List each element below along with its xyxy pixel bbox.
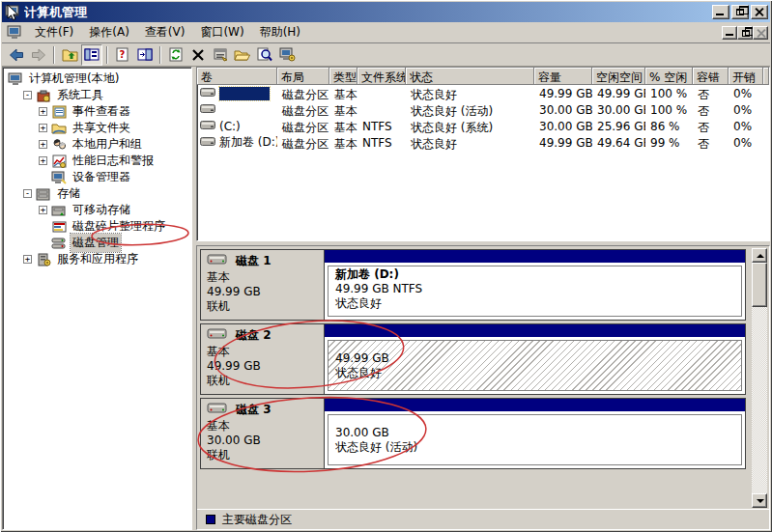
collapse-icon[interactable]: -: [23, 91, 32, 99]
disk-1-header[interactable]: 磁盘 1 基本 49.99 GB 联机: [201, 250, 325, 320]
column-header-pct-free[interactable]: % 空闲: [645, 68, 693, 85]
volume-row[interactable]: (C:) 磁盘分区 基本 NTFS 状态良好 (系统) 30.00 GB 25.…: [197, 118, 769, 134]
disk-1-bar: 新加卷 (D:) 49.99 GB NTFS 状态良好: [325, 250, 745, 320]
help-button[interactable]: ?: [112, 44, 133, 66]
column-header-filesystem[interactable]: 文件系统: [357, 68, 406, 85]
primary-partition-strip: [325, 324, 745, 337]
menu-view[interactable]: 查看(V): [137, 22, 193, 42]
open-button[interactable]: [232, 44, 253, 66]
column-header-free-space[interactable]: 空闲空间: [592, 68, 645, 85]
close-icon: [755, 8, 764, 16]
scroll-down-button[interactable]: [752, 493, 767, 508]
tree-item-event-viewer[interactable]: + 事件查看器: [3, 103, 191, 120]
show-hide-console-tree-button[interactable]: [81, 44, 102, 66]
expand-icon[interactable]: +: [39, 124, 47, 132]
volume-region-unformatted[interactable]: 49.99 GB 状态良好: [328, 340, 742, 391]
expand-icon[interactable]: +: [23, 255, 32, 264]
expand-icon[interactable]: +: [39, 107, 47, 116]
child-minimize-button[interactable]: [722, 26, 737, 40]
menu-action[interactable]: 操作(A): [81, 22, 137, 42]
disk-3-header[interactable]: 磁盘 3 基本 30.00 GB 联机: [201, 399, 325, 468]
disk-3-bar: 30.00 GB 状态良好 (活动): [325, 399, 745, 468]
disk-2-header[interactable]: 磁盘 2 基本 49.99 GB 联机: [201, 324, 325, 394]
volume-row[interactable]: 磁盘分区 基本 状态良好 (活动) 30.00 GB 30.00 GB 100 …: [197, 101, 769, 118]
tree-item-services-applications[interactable]: + 服务和应用程序: [3, 251, 191, 267]
find-button[interactable]: [254, 44, 275, 66]
tree-item-device-manager[interactable]: 设备管理器: [3, 169, 191, 185]
close-button[interactable]: [751, 5, 768, 19]
volume-icon: [200, 136, 215, 150]
tree-item-disk-defragmenter[interactable]: 磁盘碎片整理程序: [3, 218, 191, 235]
column-header-capacity[interactable]: 容量: [534, 68, 592, 85]
system-tools-icon: [36, 89, 51, 102]
tree-item-storage[interactable]: - 存储: [3, 185, 191, 202]
manage-button[interactable]: [276, 44, 298, 66]
title-bar[interactable]: 计算机管理: [2, 2, 770, 22]
delete-button[interactable]: [187, 44, 209, 66]
forward-icon: [31, 48, 46, 62]
menu-file[interactable]: 文件(F): [27, 22, 81, 42]
refresh-icon: [169, 47, 184, 62]
scrollbar-thumb[interactable]: [752, 263, 767, 307]
window-title: 计算机管理: [24, 4, 712, 21]
expand-icon[interactable]: +: [39, 206, 47, 214]
volume-list-header: 卷 布局 类型 文件系统 状态 容量 空闲空间 % 空闲 容错 开销: [197, 68, 769, 85]
storage-icon: [36, 187, 51, 201]
tree-item-disk-management[interactable]: 磁盘管理: [3, 235, 191, 251]
expand-icon[interactable]: +: [39, 156, 47, 165]
computer-management-window: 计算机管理 文件(F) 操作(A) 查看(V) 窗口(W) 帮助(H): [0, 0, 772, 532]
minimize-button[interactable]: [712, 5, 729, 19]
expand-icon[interactable]: +: [39, 140, 47, 149]
back-button[interactable]: [6, 44, 27, 66]
volume-region-d[interactable]: 新加卷 (D:) 49.99 GB NTFS 状态良好: [328, 266, 742, 317]
volume-region-active[interactable]: 30.00 GB 状态良好 (活动): [328, 414, 742, 465]
child-restore-button[interactable]: [737, 26, 753, 40]
arrow-up-icon: [757, 254, 764, 258]
disk-state: 联机: [207, 448, 320, 462]
column-header-layout[interactable]: 布局: [277, 68, 329, 85]
volume-icon: [200, 87, 215, 100]
column-header-overhead[interactable]: 开销: [729, 68, 763, 85]
disk-management-icon: [51, 237, 67, 250]
volume-name: (C:): [219, 120, 241, 133]
properties-button[interactable]: [210, 44, 231, 66]
vertical-scrollbar[interactable]: [752, 248, 767, 508]
toolbar-separator: [106, 46, 108, 64]
collapse-icon[interactable]: -: [23, 189, 32, 198]
show-hide-action-pane-button[interactable]: [134, 44, 156, 66]
up-folder-icon: [62, 48, 78, 62]
tree-item-shared-folders[interactable]: + 共享文件夹: [3, 120, 191, 136]
performance-chart-icon: [51, 154, 67, 168]
volume-size-fs: 30.00 GB: [335, 426, 734, 440]
properties-icon: [213, 47, 228, 62]
restore-button[interactable]: [731, 5, 749, 19]
console-window-icon: [7, 25, 24, 40]
up-one-level-button[interactable]: [59, 44, 80, 66]
menu-help[interactable]: 帮助(H): [252, 22, 308, 42]
refresh-button[interactable]: [165, 44, 186, 66]
tree-item-removable-storage[interactable]: + 可移动存储: [3, 202, 191, 218]
volume-icon: [200, 120, 215, 133]
column-header-volume[interactable]: 卷: [197, 68, 277, 85]
disk-state: 联机: [207, 299, 320, 314]
tree-item-local-users-groups[interactable]: + 本地用户和组: [3, 136, 191, 153]
menu-window[interactable]: 窗口(W): [192, 22, 251, 42]
disk-drive-icon: [207, 402, 228, 418]
forward-button: [28, 44, 49, 66]
tree-item-computer-management[interactable]: 计算机管理(本地): [3, 70, 191, 87]
console-tree-icon: [84, 48, 100, 61]
column-header-fault-tolerance[interactable]: 容错: [693, 68, 729, 85]
column-header-filler: [763, 68, 769, 85]
volume-row[interactable]: 新加卷 (D:) 磁盘分区 基本 NTFS 状态良好 49.99 GB 49.6…: [197, 134, 769, 151]
scroll-up-button[interactable]: [752, 248, 767, 263]
disk-state: 联机: [207, 374, 320, 388]
tree-item-system-tools[interactable]: - 系统工具: [3, 87, 191, 103]
device-manager-icon: [51, 171, 67, 184]
column-header-status[interactable]: 状态: [406, 68, 534, 85]
shared-folder-icon: [51, 122, 67, 135]
column-header-type[interactable]: 类型: [329, 68, 357, 85]
tree-item-performance-logs[interactable]: + 性能日志和警报: [3, 153, 191, 169]
action-pane-icon: [137, 48, 153, 61]
disk-type: 基本: [207, 270, 320, 285]
volume-row[interactable]: 磁盘分区 基本 状态良好 49.99 GB 49.99 GB 100 % 否 0…: [197, 85, 769, 101]
